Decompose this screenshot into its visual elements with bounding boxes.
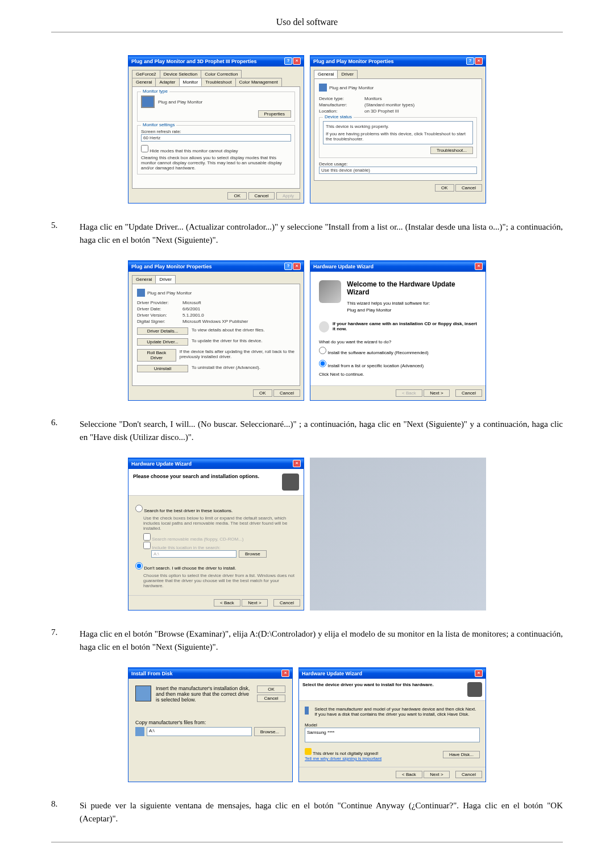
cancel-button[interactable]: Cancel <box>455 771 482 778</box>
close-icon[interactable]: × <box>293 460 301 467</box>
step-text: Haga clic en "Update Driver... (Actualiz… <box>80 221 563 246</box>
close-icon[interactable]: × <box>293 57 301 65</box>
help-icon[interactable]: ? <box>466 57 474 65</box>
ok-button[interactable]: OK <box>257 686 285 693</box>
cancel-button[interactable]: Cancel <box>248 192 275 200</box>
cancel-button[interactable]: Cancel <box>273 599 300 607</box>
tab-driver[interactable]: Driver <box>155 275 175 284</box>
details-button[interactable]: Driver Details... <box>137 327 188 335</box>
monitor-settings-label: Monitor settings <box>141 122 176 127</box>
titlebar: Install From Disk × <box>128 668 292 679</box>
step-number: 6. <box>51 418 80 443</box>
tab-general[interactable]: General <box>314 70 338 78</box>
provider-label: Driver Provider: <box>137 300 182 305</box>
model-list[interactable]: Samsung **** <box>305 728 480 742</box>
browse-button[interactable]: Browse... <box>254 727 285 736</box>
troubleshoot-button[interactable]: Troubleshoot... <box>430 147 473 154</box>
cancel-button[interactable]: Cancel <box>455 184 482 192</box>
tab-device-selection[interactable]: Device Selection <box>160 70 202 78</box>
check-location[interactable] <box>143 542 151 549</box>
radio-auto[interactable] <box>319 347 326 354</box>
step-text: Si puede ver la siguiente ventana de men… <box>80 799 563 825</box>
device-usage-select[interactable]: Use this device (enable) <box>319 167 477 174</box>
tab-driver[interactable]: Driver <box>337 70 357 78</box>
signer: Microsoft Windows XP Publisher <box>182 319 248 324</box>
back-button[interactable]: < Back <box>396 389 422 397</box>
ok-button[interactable]: OK <box>227 192 247 200</box>
search-options-wizard: Hardware Update Wizard × Please choose y… <box>128 458 304 610</box>
dialog-title: Plug and Play Monitor and 3D Prophet III… <box>131 59 257 64</box>
close-icon[interactable]: × <box>293 263 301 270</box>
screenshot-row-3: Hardware Update Wizard × Please choose y… <box>51 458 563 610</box>
help-icon[interactable]: ? <box>284 263 292 270</box>
path-select[interactable]: A:\ <box>151 550 237 558</box>
wizard-heading: Select the device driver you want to ins… <box>302 682 434 697</box>
opt-search: Search for the best driver in these loca… <box>144 508 233 513</box>
tab-adapter[interactable]: Adapter <box>155 78 179 86</box>
driver-tab-dialog: Plug and Play Monitor Properties ? × Gen… <box>128 260 304 401</box>
radio-search[interactable] <box>135 505 143 512</box>
apply-button[interactable]: Apply <box>276 192 300 200</box>
cancel-button[interactable]: Cancel <box>257 695 285 702</box>
have-disk-button[interactable]: Have Disk... <box>443 751 480 758</box>
wizard-icon <box>467 682 482 697</box>
cd-hint: If your hardware came with an installati… <box>333 321 477 333</box>
radio-dont-search[interactable] <box>135 562 143 570</box>
opt-dont-search: Don't search. I will choose the driver t… <box>144 566 236 571</box>
select-driver-wizard: Hardware Update Wizard × Select the devi… <box>298 667 486 782</box>
help-icon[interactable]: ? <box>284 57 292 65</box>
close-icon[interactable]: × <box>281 670 289 677</box>
next-button[interactable]: Next > <box>424 389 449 397</box>
tab-monitor[interactable]: Monitor <box>179 78 202 86</box>
ok-button[interactable]: OK <box>253 389 272 397</box>
wizard-device: Plug and Play Monitor <box>347 308 477 313</box>
wizard-icon <box>282 474 299 491</box>
status-help: If you are having problems with this dev… <box>326 131 470 142</box>
properties-button[interactable]: Properties <box>258 110 291 118</box>
path-select[interactable]: A:\ <box>147 727 252 736</box>
refresh-rate-select[interactable]: 60 Hertz <box>141 134 291 142</box>
close-icon[interactable]: × <box>475 263 483 270</box>
uninstall-button[interactable]: Uninstall <box>137 365 188 372</box>
signer-label: Digital Signer: <box>137 319 182 324</box>
next-button[interactable]: Next > <box>424 771 449 778</box>
close-icon[interactable]: × <box>475 670 483 677</box>
device-type-label: Device type: <box>319 96 364 101</box>
status-text: This device is working properly. <box>326 124 470 129</box>
opt-list: Install from a list or specific location… <box>327 363 424 368</box>
wizard-heading: Please choose your search and installati… <box>133 474 259 491</box>
back-button[interactable]: < Back <box>214 599 240 607</box>
back-button[interactable]: < Back <box>396 771 422 778</box>
tab-geforce[interactable]: GeForce2 <box>132 70 160 78</box>
tab-general[interactable]: General <box>132 275 156 284</box>
dialog-title: Plug and Play Monitor Properties <box>131 264 212 269</box>
details-help: To view details about the driver files. <box>192 327 265 335</box>
cancel-button[interactable]: Cancel <box>273 389 300 397</box>
manufacturer: (Standard monitor types) <box>364 102 414 107</box>
update-driver-button[interactable]: Update Driver... <box>137 338 188 346</box>
instruction-7: 7. Haga clic en el botón "Browse (Examin… <box>51 628 563 653</box>
device-status-label: Device status <box>323 114 354 119</box>
radio-list[interactable] <box>319 360 326 367</box>
tab-color-mgmt[interactable]: Color Management <box>235 78 282 86</box>
rollback-button[interactable]: Roll Back Driver <box>137 349 176 362</box>
cancel-button[interactable]: Cancel <box>455 389 482 397</box>
next-button[interactable]: Next > <box>242 599 267 607</box>
browse-button[interactable]: Browse <box>239 550 267 558</box>
close-icon[interactable]: × <box>475 57 483 65</box>
tell-me-link[interactable]: Tell me why driver signing is important <box>305 756 381 761</box>
device-type: Monitors <box>364 96 382 101</box>
tab-general[interactable]: General <box>132 78 156 86</box>
date: 6/6/2001 <box>182 306 200 312</box>
tab-troubleshoot[interactable]: Troubleshoot <box>201 78 235 86</box>
hide-modes-checkbox[interactable] <box>141 145 148 152</box>
ok-button[interactable]: OK <box>435 184 454 192</box>
tab-color-correction[interactable]: Color Correction <box>201 70 242 78</box>
hide-modes-help: Clearing this check box allows you to se… <box>141 155 291 171</box>
step-number: 7. <box>51 628 80 653</box>
check-removable[interactable] <box>143 533 151 541</box>
cd-icon <box>319 321 329 333</box>
version-label: Driver Version: <box>137 313 182 318</box>
dialog-title: Hardware Update Wizard <box>313 264 374 269</box>
step-number: 8. <box>51 799 80 825</box>
